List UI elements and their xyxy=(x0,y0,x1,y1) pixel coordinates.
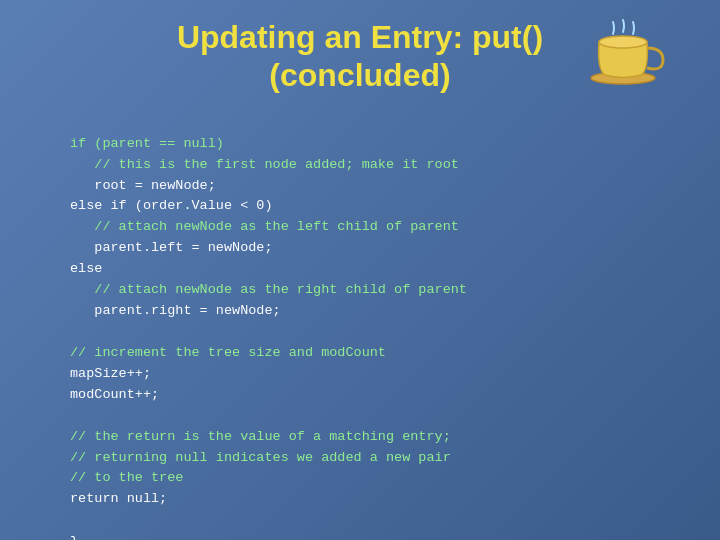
slide-header: Updating an Entry: put() (concluded) xyxy=(0,0,720,105)
svg-point-1 xyxy=(599,36,647,48)
title-line1: Updating an Entry: put() xyxy=(177,19,543,55)
slide: Updating an Entry: put() (concluded) if xyxy=(0,0,720,540)
slide-title: Updating an Entry: put() (concluded) xyxy=(80,18,640,95)
title-line2: (concluded) xyxy=(269,57,450,93)
coffee-cup-icon xyxy=(585,10,665,85)
code-text: if (parent == null) xyxy=(70,136,224,151)
code-block: if (parent == null) // this is the first… xyxy=(70,113,650,531)
closing-brace: } xyxy=(70,535,650,540)
code-content: if (parent == null) // this is the first… xyxy=(0,105,720,540)
code-line-1: if (parent == null) // this is the first… xyxy=(70,136,467,507)
